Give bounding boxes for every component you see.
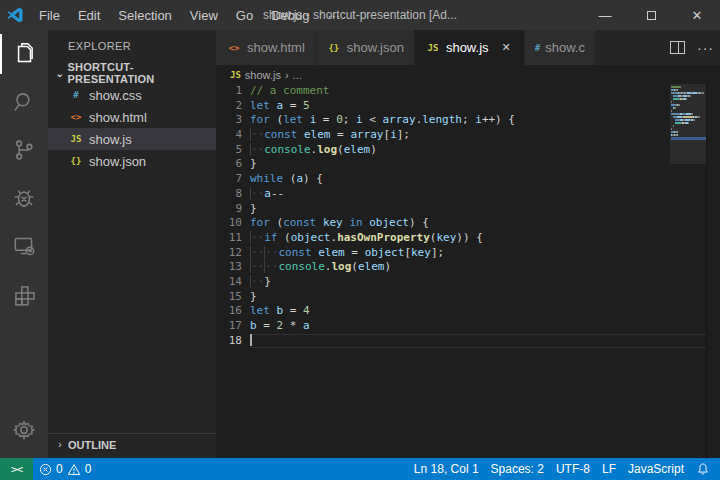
minimap[interactable] xyxy=(670,84,707,194)
activity-explorer-icon[interactable] xyxy=(0,30,48,78)
tab-show.json[interactable]: {}show.json xyxy=(316,30,415,65)
line-number: 1 xyxy=(216,84,250,99)
line-number: 9 xyxy=(216,202,250,217)
error-icon xyxy=(39,463,52,476)
code-line-10: 10for (const key in object) { xyxy=(216,216,707,231)
json-file-icon: {} xyxy=(68,156,84,166)
close-button[interactable]: ✕ xyxy=(674,0,720,30)
line-number: 6 xyxy=(216,157,250,172)
file-item-show.css[interactable]: #show.css xyxy=(48,84,216,106)
code-line-11: 11··if (object.hasOwnProperty(key)) { xyxy=(216,231,707,246)
minimize-button[interactable]: — xyxy=(582,0,628,30)
menu-selection[interactable]: Selection xyxy=(109,0,180,30)
activity-source-control-icon[interactable] xyxy=(0,126,48,174)
file-item-show.html[interactable]: <>show.html xyxy=(48,106,216,128)
code-line-1: 1// a comment xyxy=(216,84,707,99)
activity-debug-icon[interactable] xyxy=(0,174,48,222)
chevron-right-icon: › xyxy=(52,439,68,450)
menu-file[interactable]: File xyxy=(30,0,69,30)
line-content: for (let i = 0; i < array.length; i++) { xyxy=(250,113,707,128)
cursor-position[interactable]: Ln 18, Col 1 xyxy=(408,458,485,480)
menu-go[interactable]: Go xyxy=(227,0,262,30)
line-content: } xyxy=(250,157,707,172)
breadcrumb-file: show.js xyxy=(245,69,281,81)
js-file-icon: JS xyxy=(230,70,241,80)
warning-icon xyxy=(67,463,81,476)
activity-extensions-icon[interactable] xyxy=(0,270,48,318)
status-bar-right: Ln 18, Col 1 Spaces: 2 UTF-8 LF JavaScri… xyxy=(408,458,720,480)
chevron-down-icon: ⌄ xyxy=(52,68,68,79)
code-line-12: 12····const elem = object[key]; xyxy=(216,246,707,261)
vscode-logo-icon xyxy=(0,0,30,30)
error-count: 0 xyxy=(56,462,63,476)
file-name: show.css xyxy=(89,88,142,103)
line-content: let a = 5 xyxy=(250,99,707,114)
line-content: ··a-- xyxy=(250,187,707,202)
minimap-content xyxy=(671,86,707,140)
line-number: 2 xyxy=(216,99,250,114)
warning-count: 0 xyxy=(85,462,92,476)
line-content: for (const key in object) { xyxy=(250,216,707,231)
explorer-sidebar: EXPLORER ⌄ SHORTCUT-PRESENTATION #show.c… xyxy=(48,30,216,458)
settings-gear-icon[interactable] xyxy=(0,406,48,454)
sidebar-title: EXPLORER xyxy=(48,30,216,62)
code-line-5: 5··console.log(elem) xyxy=(216,143,707,158)
js-file-icon: JS xyxy=(425,43,441,53)
maximize-button[interactable] xyxy=(628,0,674,30)
folder-header[interactable]: ⌄ SHORTCUT-PRESENTATION xyxy=(48,62,216,84)
line-number: 10 xyxy=(216,216,250,231)
tab-show.js[interactable]: JSshow.js✕ xyxy=(415,30,525,65)
json-file-icon: {} xyxy=(326,43,342,53)
line-number: 4 xyxy=(216,128,250,143)
tab-label: show.json xyxy=(347,40,404,55)
line-content xyxy=(250,334,707,349)
problems-status[interactable]: 0 0 xyxy=(33,458,97,480)
encoding[interactable]: UTF-8 xyxy=(550,458,596,480)
menu-view[interactable]: View xyxy=(181,0,227,30)
file-list: #show.css<>show.htmlJSshow.js{}show.json xyxy=(48,84,216,172)
code-line-4: 4··const elem = array[i]; xyxy=(216,128,707,143)
editor-actions: ··· xyxy=(664,30,720,65)
file-name: show.html xyxy=(89,110,147,125)
code-editor[interactable]: 1// a comment2let a = 53for (let i = 0; … xyxy=(216,84,707,458)
remote-indicator[interactable]: >< xyxy=(0,458,33,480)
file-item-show.js[interactable]: JSshow.js xyxy=(48,128,216,150)
tab-label: show.js xyxy=(446,40,489,55)
code-line-14: 14··} xyxy=(216,275,707,290)
code-line-8: 8··a-- xyxy=(216,187,707,202)
breadcrumb-separator-icon: › xyxy=(285,69,289,81)
line-content: ··const elem = array[i]; xyxy=(250,128,707,143)
line-content: // a comment xyxy=(250,84,707,99)
line-number: 5 xyxy=(216,143,250,158)
indentation[interactable]: Spaces: 2 xyxy=(485,458,550,480)
activity-bar xyxy=(0,30,48,458)
more-actions-icon[interactable]: ··· xyxy=(697,40,714,56)
line-content: ··console.log(elem) xyxy=(250,143,707,158)
css-file-icon: # xyxy=(68,90,84,100)
folder-name: SHORTCUT-PRESENTATION xyxy=(68,61,216,85)
editor-group: <>show.html{}show.jsonJSshow.js✕#show.c … xyxy=(216,30,720,458)
tab-show.c[interactable]: #show.c xyxy=(525,30,595,65)
eol-sequence[interactable]: LF xyxy=(596,458,622,480)
code-line-9: 9} xyxy=(216,202,707,217)
file-item-show.json[interactable]: {}show.json xyxy=(48,150,216,172)
activity-search-icon[interactable] xyxy=(0,78,48,126)
tab-show.html[interactable]: <>show.html xyxy=(216,30,316,65)
notifications-bell-icon[interactable] xyxy=(690,458,716,480)
line-content: ····const elem = object[key]; xyxy=(250,246,707,261)
outline-section-header[interactable]: › OUTLINE xyxy=(48,433,216,455)
split-editor-icon[interactable] xyxy=(670,41,685,54)
close-tab-icon[interactable]: ✕ xyxy=(499,40,514,55)
line-content: ··} xyxy=(250,275,707,290)
code-line-15: 15} xyxy=(216,290,707,305)
js-file-icon: JS xyxy=(68,134,84,144)
css-file-icon: # xyxy=(535,43,540,53)
minimap-border xyxy=(706,84,707,458)
breadcrumb[interactable]: JS show.js › ... xyxy=(216,65,720,84)
text-cursor xyxy=(250,334,252,346)
status-bar: >< 0 0 Ln 18, Col 1 Spaces: 2 UTF-8 LF J… xyxy=(0,458,720,480)
activity-remote-explorer-icon[interactable] xyxy=(0,222,48,270)
outline-label: OUTLINE xyxy=(68,439,116,451)
menu-edit[interactable]: Edit xyxy=(69,0,109,30)
language-mode[interactable]: JavaScript xyxy=(622,458,690,480)
